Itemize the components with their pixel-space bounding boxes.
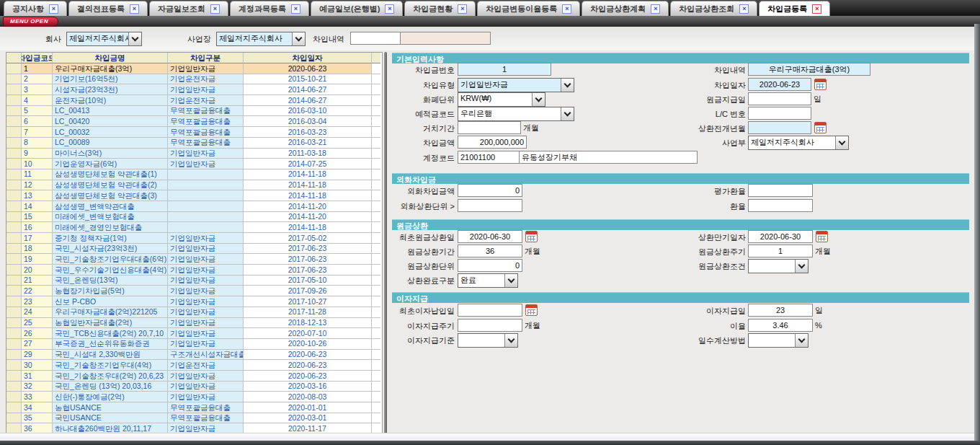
row-date[interactable]: 2014-06-27 [244, 84, 372, 95]
table-row[interactable]: 26 국민_TCB신용대출(2억) 20,7,10 기업일반자금 2020-07… [6, 328, 382, 339]
row-type[interactable]: 기업일반자금 [168, 382, 244, 392]
row-code[interactable]: 24 [22, 307, 53, 318]
row-gutter[interactable] [6, 265, 22, 276]
table-row[interactable]: 23 신보 P-CBO 기업일반자금 2017-10-27 [6, 296, 382, 307]
row-date[interactable]: 2018-12-13 [244, 318, 372, 329]
row-type[interactable]: 기업일반자금 [168, 286, 244, 296]
row-gutter[interactable] [6, 63, 22, 74]
row-type[interactable] [168, 169, 244, 180]
row-type[interactable]: 기업일반자금 [168, 371, 244, 382]
tab[interactable]: 차입금상환계획 × [582, 1, 669, 16]
row-name[interactable]: 삼성생명단체보험 약관대출(3) [53, 190, 168, 201]
row-code[interactable]: 30 [22, 360, 53, 371]
loan-date-field[interactable]: 2020-06-23 [748, 78, 811, 91]
header-name[interactable]: 차입금명 [53, 53, 168, 63]
company-select[interactable]: 제일저지주식회사 [66, 32, 142, 46]
row-code[interactable]: 16 [22, 222, 53, 233]
table-row[interactable]: 8 LC_00089 무역포괄금융대출 2016-03-21 [6, 138, 382, 149]
row-type[interactable]: 무역포괄금융대출 [168, 402, 244, 413]
row-code[interactable]: 13 [22, 190, 53, 201]
row-code[interactable]: 7 [22, 127, 53, 138]
table-row[interactable]: 21 국민_온렌딩(13억) 기업일반자금 2017-05-10 [6, 276, 382, 286]
interest-pay-day-field[interactable]: 23 [748, 304, 813, 317]
table-row[interactable]: 18 국민_시설자금(23억3천) 기업일반자금 2017-06-23 [6, 244, 382, 255]
fx-amount-field[interactable]: 0 [458, 184, 522, 197]
row-name[interactable]: 국민_우수기술기업신용대출(4억) [53, 265, 168, 276]
row-date[interactable]: 2016-03-04 [244, 116, 372, 127]
row-date[interactable]: 2017-06-23 [244, 244, 372, 255]
table-row[interactable]: 17 중기청 정책자금(1억) 기업일반자금 2017-05-02 [6, 233, 382, 244]
grace-period-field[interactable] [458, 121, 521, 134]
row-code[interactable]: 10 [22, 159, 53, 169]
row-code[interactable]: 11 [22, 169, 53, 180]
chevron-down-icon[interactable] [128, 32, 141, 45]
row-type[interactable]: 기업일반자금 [168, 296, 244, 307]
row-name[interactable]: 농협장기차입금(5억) [53, 286, 168, 296]
tab-close-icon[interactable]: × [458, 4, 467, 14]
table-row[interactable]: 10 기업운영자금(6억) 기업일반자금 2014-07-25 [6, 159, 382, 169]
row-date[interactable]: 2014-11-18 [244, 222, 372, 233]
row-gutter[interactable] [6, 328, 22, 339]
row-code[interactable]: 8 [22, 138, 53, 149]
tab-close-icon[interactable]: × [49, 4, 58, 14]
row-code[interactable]: 15 [22, 212, 53, 223]
row-gutter[interactable] [6, 413, 22, 424]
interest-cycle-field[interactable] [458, 319, 522, 332]
deposit-code-select[interactable]: 우리은행 [458, 107, 574, 121]
repay-condition-select[interactable] [748, 259, 808, 273]
first-repay-date-field[interactable]: 2020-06-30 [458, 230, 522, 243]
rollover-month-field[interactable] [748, 121, 811, 134]
row-code[interactable]: 31 [22, 371, 53, 382]
row-type[interactable]: 기업운전자금 [168, 74, 244, 85]
row-gutter[interactable] [6, 233, 22, 244]
tab[interactable]: 자금일보조회 × [149, 1, 228, 16]
table-row[interactable]: 31 국민_기술창조우대(2억) 20,6,23 기업일반자금 2020-06-… [6, 371, 382, 382]
row-type[interactable]: 기업일반자금 [168, 307, 244, 318]
row-date[interactable]: 2014-07-25 [244, 159, 372, 169]
row-type[interactable]: 기업일반자금 [168, 392, 244, 402]
row-gutter[interactable] [6, 74, 22, 85]
row-name[interactable]: 국민_온렌딩(13억) [53, 276, 168, 286]
tab[interactable]: 예금일보(은행별) × [311, 1, 403, 16]
row-gutter[interactable] [6, 190, 22, 201]
row-date[interactable]: 2020-06-23 [244, 350, 372, 361]
loan-amount-field[interactable]: 200,000,000 [458, 136, 527, 149]
interest-basis-select[interactable] [458, 333, 518, 348]
table-row[interactable]: 2 기업기보(16억5천) 기업운전자금 2015-10-21 [6, 74, 382, 85]
row-gutter[interactable] [6, 307, 22, 318]
calendar-icon[interactable] [525, 231, 538, 242]
chevron-down-icon[interactable] [835, 136, 848, 149]
tab[interactable]: 차입금변동이율등록 × [477, 1, 580, 16]
row-code[interactable]: 2 [22, 74, 53, 85]
lc-no-field[interactable] [748, 107, 811, 120]
row-name[interactable]: 중기청 정책자금(1억) [53, 233, 168, 244]
first-interest-date-field[interactable] [458, 304, 522, 317]
row-gutter[interactable] [6, 138, 22, 149]
table-scrollbar[interactable] [384, 52, 387, 434]
table-row[interactable]: 29 국민_시설대 2,330백만원 구조개선시설자금대출 2020-06-23 [6, 350, 382, 361]
maturity-date-field[interactable]: 2020-06-30 [748, 230, 813, 243]
row-name[interactable]: 시설자금(23억3천) [53, 84, 168, 95]
row-gutter[interactable] [6, 212, 22, 223]
row-type[interactable]: 무역포괄금융대출 [168, 413, 244, 424]
row-date[interactable]: 2020-06-23 [244, 360, 372, 371]
row-gutter[interactable] [6, 180, 22, 191]
row-code[interactable]: 18 [22, 244, 53, 255]
table-row[interactable]: 13 삼성생명단체보험 약관대출(3) 2014-11-18 [6, 190, 382, 201]
row-date[interactable]: 2016-03-21 [244, 138, 372, 149]
row-gutter[interactable] [6, 95, 22, 106]
row-type[interactable] [168, 222, 244, 233]
tab-close-icon[interactable]: × [210, 4, 220, 14]
row-date[interactable]: 2020-10-26 [244, 339, 372, 350]
row-type[interactable]: 기업일반자금 [168, 244, 244, 255]
chevron-down-icon[interactable] [504, 334, 517, 347]
row-gutter[interactable] [6, 127, 22, 138]
repay-complete-select[interactable]: 완료 [458, 273, 518, 288]
row-date[interactable]: 2015-10-21 [244, 74, 372, 85]
row-type[interactable] [168, 201, 244, 212]
row-gutter[interactable] [6, 350, 22, 361]
row-code[interactable]: 1 [22, 63, 53, 74]
row-gutter[interactable] [6, 402, 22, 413]
row-type[interactable] [168, 190, 244, 201]
loan-no-field[interactable]: 1 [458, 63, 551, 76]
